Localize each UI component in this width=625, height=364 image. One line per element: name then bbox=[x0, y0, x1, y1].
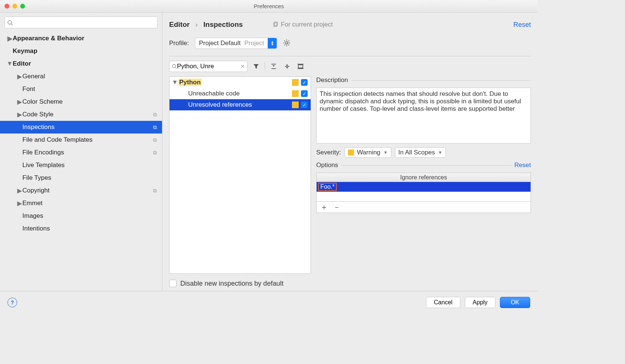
sidebar-item-file-and-code-templates[interactable]: File and Code Templates⧉ bbox=[0, 134, 162, 146]
ok-button[interactable]: OK bbox=[500, 297, 530, 308]
crumb-sep: › bbox=[195, 21, 198, 28]
square-icon bbox=[297, 63, 304, 70]
sidebar-item-label: File Encodings bbox=[22, 149, 64, 156]
options-reset-link[interactable]: Reset bbox=[514, 161, 531, 169]
empty-row bbox=[317, 192, 531, 201]
sidebar-item-intentions[interactable]: Intentions bbox=[0, 222, 162, 235]
sidebar-item-label: Appearance & Behavior bbox=[13, 35, 84, 42]
scope-hint: For current project bbox=[273, 21, 333, 28]
sidebar-item-label: Images bbox=[22, 212, 43, 220]
inspection-group-python[interactable]: ▼ Python ✓ bbox=[170, 77, 311, 88]
help-button[interactable]: ? bbox=[7, 298, 17, 307]
sidebar-item-images[interactable]: Images bbox=[0, 210, 162, 222]
filter-button[interactable] bbox=[251, 62, 261, 71]
stepper-icon: ▲▼ bbox=[268, 38, 277, 48]
scope-select[interactable]: In All Scopes ▼ bbox=[395, 147, 446, 158]
apply-button[interactable]: Apply bbox=[465, 297, 495, 308]
add-button[interactable]: ＋ bbox=[320, 202, 328, 212]
sidebar-item-keymap[interactable]: Keymap bbox=[0, 45, 162, 57]
inspection-item-unreachable-code[interactable]: Unreachable code ✓ bbox=[170, 88, 311, 99]
chevron-down-icon: ▼ bbox=[438, 150, 442, 155]
svg-line-14 bbox=[175, 68, 177, 69]
svg-point-4 bbox=[286, 41, 288, 44]
collapse-all-button[interactable] bbox=[282, 62, 292, 71]
severity-indicator bbox=[292, 90, 299, 97]
preferences-search-input[interactable] bbox=[4, 16, 158, 28]
remove-button[interactable]: － bbox=[333, 202, 341, 212]
chevron-down-icon: ▼ bbox=[383, 150, 388, 155]
inspection-item-unresolved-references[interactable]: Unresolved references ✓ bbox=[170, 99, 311, 110]
sidebar-item-label: File and Code Templates bbox=[22, 136, 93, 144]
profile-value: Project Default bbox=[195, 40, 245, 47]
expand-all-button[interactable] bbox=[269, 62, 279, 71]
titlebar: Preferences bbox=[0, 0, 538, 13]
clear-filter-button[interactable]: ✕ bbox=[240, 63, 245, 69]
sidebar-item-code-style[interactable]: ▶Code Style⧉ bbox=[0, 108, 162, 121]
ignore-references-toolbar: ＋ － bbox=[317, 201, 531, 213]
disclosure-triangle-icon: ▼ bbox=[7, 60, 13, 68]
sidebar-item-label: Inspections bbox=[22, 123, 55, 131]
crumb-inspections: Inspections bbox=[203, 21, 243, 28]
sidebar-item-live-templates[interactable]: Live Templates bbox=[0, 159, 162, 172]
enable-checkbox[interactable]: ✓ bbox=[301, 90, 308, 97]
severity-select[interactable]: Warning ▼ bbox=[345, 147, 391, 158]
sidebar-item-editor[interactable]: ▼Editor bbox=[0, 57, 162, 70]
sidebar-item-label: Code Style bbox=[22, 111, 53, 118]
sidebar-item-label: Keymap bbox=[13, 47, 37, 55]
reset-view-button[interactable] bbox=[296, 62, 305, 71]
ignore-reference-value[interactable]: Foo.* bbox=[318, 183, 337, 191]
reset-link[interactable]: Reset bbox=[513, 21, 531, 29]
sidebar-item-label: Emmet bbox=[22, 200, 43, 207]
profile-row: Profile: Project Default Project ▲▼ bbox=[169, 35, 531, 51]
svg-line-9 bbox=[284, 40, 285, 41]
sidebar-item-color-scheme[interactable]: ▶Color Scheme bbox=[0, 95, 162, 108]
project-scope-icon: ⧉ bbox=[153, 112, 157, 118]
collapse-all-icon bbox=[284, 63, 290, 70]
project-scope-icon: ⧉ bbox=[153, 150, 157, 156]
divider bbox=[341, 165, 511, 166]
disclosure-triangle-icon: ▼ bbox=[172, 79, 178, 86]
svg-line-11 bbox=[289, 40, 289, 41]
profile-select[interactable]: Project Default Project ▲▼ bbox=[195, 38, 277, 49]
gear-icon bbox=[283, 39, 290, 47]
enable-checkbox[interactable]: ✓ bbox=[301, 101, 308, 108]
inspection-filter-input[interactable]: ✕ bbox=[169, 61, 248, 72]
inspection-filter-text[interactable] bbox=[177, 63, 229, 70]
enable-checkbox[interactable]: ✓ bbox=[301, 79, 308, 86]
sidebar: ▶Appearance & BehaviorKeymap▼Editor▶Gene… bbox=[0, 13, 162, 291]
inspection-group-label: Python bbox=[178, 79, 202, 86]
divider bbox=[169, 56, 531, 56]
severity-value: Warning bbox=[357, 149, 380, 156]
search-icon bbox=[7, 20, 13, 26]
disable-new-inspections-checkbox[interactable] bbox=[169, 280, 177, 287]
sidebar-item-emmet[interactable]: ▶Emmet bbox=[0, 197, 162, 210]
inspection-item-label: Unreachable code bbox=[188, 90, 292, 97]
disclosure-triangle-icon: ▶ bbox=[16, 187, 22, 195]
disclosure-triangle-icon: ▶ bbox=[7, 35, 13, 43]
crumb-editor: Editor bbox=[169, 21, 190, 28]
profile-settings-button[interactable] bbox=[283, 39, 290, 48]
sidebar-item-file-encodings[interactable]: File Encodings⧉ bbox=[0, 146, 162, 159]
svg-rect-18 bbox=[298, 65, 303, 68]
sidebar-item-appearance-behavior[interactable]: ▶Appearance & Behavior bbox=[0, 32, 162, 45]
svg-line-12 bbox=[284, 44, 285, 45]
severity-row: Severity: Warning ▼ In All Scopes ▼ bbox=[316, 147, 531, 158]
disclosure-triangle-icon: ▶ bbox=[16, 111, 22, 119]
sidebar-item-general[interactable]: ▶General bbox=[0, 70, 162, 83]
inspection-tree: ▼ Python ✓ Unreachable code ✓ Unresolved… bbox=[169, 76, 311, 274]
copy-icon bbox=[273, 22, 279, 28]
sidebar-item-font[interactable]: Font bbox=[0, 83, 162, 95]
sidebar-item-inspections[interactable]: Inspections⧉ bbox=[0, 121, 162, 134]
severity-color-icon bbox=[348, 150, 354, 156]
cancel-button[interactable]: Cancel bbox=[426, 297, 460, 308]
window-title: Preferences bbox=[0, 3, 538, 9]
profile-hint: Project bbox=[244, 40, 268, 47]
sidebar-item-file-types[interactable]: File Types bbox=[0, 172, 162, 184]
sidebar-item-label: Color Scheme bbox=[22, 98, 63, 106]
ignore-reference-entry[interactable]: Foo.* bbox=[317, 182, 531, 192]
severity-label: Severity: bbox=[316, 149, 341, 156]
sidebar-item-copyright[interactable]: ▶Copyright⧉ bbox=[0, 184, 162, 197]
separator bbox=[265, 62, 265, 70]
svg-line-10 bbox=[289, 44, 289, 45]
sidebar-item-label: File Types bbox=[22, 174, 51, 182]
